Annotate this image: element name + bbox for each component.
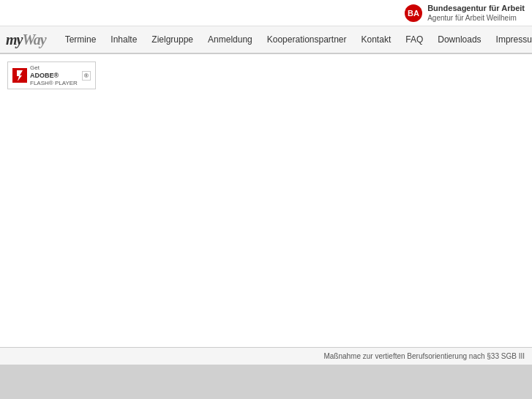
ba-logo-text: Bundesagentur für Arbeit Agentur für Arb… [427, 3, 525, 23]
svg-text:BA: BA [408, 9, 419, 18]
flash-icon [12, 68, 27, 83]
ba-logo-icon: BA [404, 4, 423, 23]
flash-adobe-label: ADOBE® [30, 72, 78, 80]
flash-player-label: FLASH® PLAYER [30, 80, 78, 87]
bundesagentur-logo: BA Bundesagentur für Arbeit Agentur für … [404, 3, 525, 23]
nav-kooperationspartner[interactable]: Kooperationspartner [260, 26, 354, 53]
ba-subname: Agentur für Arbeit Weilheim [427, 13, 525, 23]
nav-termine[interactable]: Termine [58, 26, 104, 53]
nav-impressum[interactable]: Impressum [489, 26, 532, 53]
site-logo[interactable]: myWay [6, 31, 46, 48]
nav-links: Termine Inhalte Zielgruppe Anmeldung Koo… [58, 26, 532, 53]
nav-anmeldung[interactable]: Anmeldung [201, 26, 260, 53]
nav-inhalte[interactable]: Inhalte [103, 26, 144, 53]
nav-zielgruppe[interactable]: Zielgruppe [144, 26, 201, 53]
flash-player-badge[interactable]: Get ADOBE® FLASH® PLAYER ® [7, 61, 96, 89]
nav-kontakt[interactable]: Kontakt [354, 26, 399, 53]
main-content: Get ADOBE® FLASH® PLAYER ® [0, 54, 532, 347]
nav-faq[interactable]: FAQ [398, 26, 430, 53]
bottom-spacer [0, 365, 532, 399]
footer-text: Maßnahme zur vertieften Berufsorientieru… [323, 352, 525, 360]
footer: Maßnahme zur vertieften Berufsorientieru… [0, 347, 532, 365]
flash-free-badge: ® [82, 71, 91, 81]
nav-downloads[interactable]: Downloads [430, 26, 488, 53]
flash-text: Get ADOBE® FLASH® PLAYER [30, 64, 78, 86]
nav-bar: myWay Termine Inhalte Zielgruppe Anmeldu… [0, 26, 532, 54]
ba-name: Bundesagentur für Arbeit [427, 3, 525, 13]
top-bar: BA Bundesagentur für Arbeit Agentur für … [0, 0, 532, 26]
flash-get-label: Get [30, 64, 78, 72]
